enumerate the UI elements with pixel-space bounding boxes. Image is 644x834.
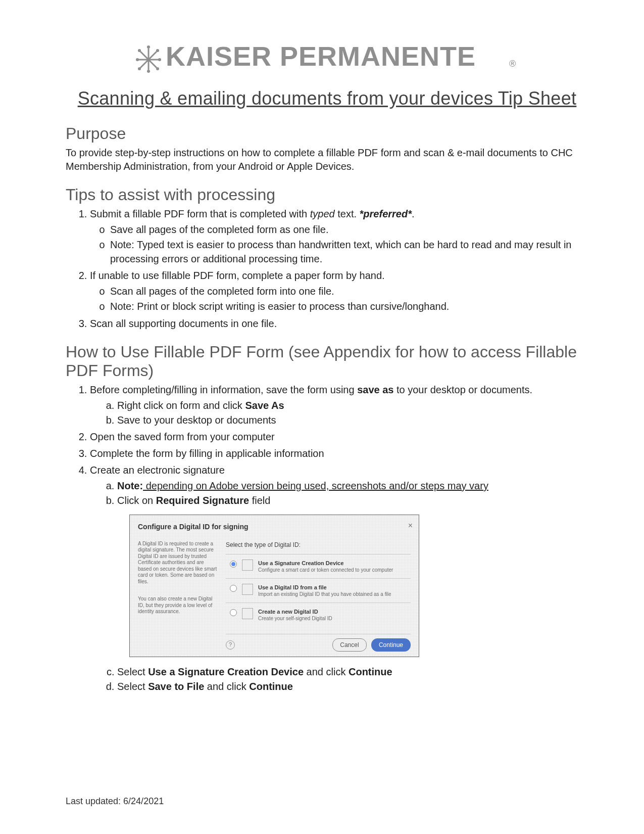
howto-4d: Select Save to File and click Continue — [117, 680, 588, 693]
howto-4: Create an electronic signature Note: dep… — [90, 464, 588, 693]
svg-point-9 — [147, 45, 150, 49]
howto-4b: Click on Required Signature field — [117, 494, 588, 507]
help-icon[interactable]: ? — [226, 640, 235, 650]
option-signature-device[interactable]: Use a Signature Creation DeviceConfigure… — [226, 554, 411, 578]
svg-point-12 — [156, 67, 159, 70]
svg-point-14 — [138, 67, 141, 70]
tips-list: Submit a fillable PDF form that is compl… — [66, 207, 588, 331]
continue-button[interactable]: Continue — [371, 638, 411, 652]
last-updated: Last updated: 6/24/2021 — [66, 796, 164, 807]
svg-line-6 — [140, 60, 148, 68]
howto-1: Before completing/filling in information… — [90, 383, 588, 427]
logo-text: KAISER PERMANENTE — [166, 41, 476, 71]
tip-2: If unable to use fillable PDF form, comp… — [90, 269, 588, 314]
svg-point-16 — [138, 49, 141, 52]
cancel-button[interactable]: Cancel — [332, 638, 366, 652]
svg-point-13 — [147, 70, 150, 73]
howto-1b: Save to your desktop or documents — [117, 413, 588, 427]
dialog-sidebar: A Digital ID is required to create a dig… — [138, 541, 219, 652]
document-title: Scanning & emailing documents from your … — [66, 88, 588, 109]
tip-2b: Note: Print or block script writing is e… — [110, 300, 588, 314]
svg-line-2 — [148, 52, 157, 60]
tip-1: Submit a fillable PDF form that is compl… — [90, 207, 588, 266]
howto-4c: Select Use a Signature Creation Device a… — [117, 665, 588, 679]
svg-point-11 — [158, 58, 161, 61]
tip-2a: Scan all pages of the completed form int… — [110, 285, 588, 299]
radio-icon[interactable] — [230, 585, 237, 592]
howto-1a: Right click on form and click Save As — [117, 399, 588, 412]
purpose-body: To provide step-by-step instructions on … — [66, 146, 588, 173]
dialog-lead: Select the type of Digital ID: — [226, 541, 411, 549]
brand-logo: KAISER PERMANENTE ® — [66, 35, 588, 77]
svg-point-10 — [156, 49, 159, 52]
howto-3: Complete the form by filling in applicab… — [90, 447, 588, 460]
svg-point-15 — [136, 58, 139, 61]
howto-2: Open the saved form from your computer — [90, 430, 588, 444]
new-id-icon — [242, 608, 253, 619]
howto-4a: Note: depending on Adobe version being u… — [117, 479, 588, 493]
device-icon — [242, 560, 253, 571]
purpose-heading: Purpose — [66, 124, 588, 143]
radio-icon[interactable] — [230, 561, 237, 568]
tip-1a: Save all pages of the completed form as … — [110, 223, 588, 237]
tip-3: Scan all supporting documents in one fil… — [90, 317, 588, 331]
digital-id-dialog: Configure a Digital ID for signing × A D… — [129, 515, 419, 657]
svg-text:®: ® — [509, 59, 516, 69]
tip-1b: Note: Typed text is easier to process th… — [110, 238, 588, 266]
svg-line-4 — [148, 60, 157, 68]
tips-heading: Tips to assist with processing — [66, 186, 588, 204]
howto-list: Before completing/filling in information… — [66, 383, 588, 693]
radio-icon[interactable] — [230, 609, 237, 616]
dialog-title: Configure a Digital ID for signing — [138, 522, 411, 532]
option-create-new[interactable]: Create a new Digital IDCreate your self-… — [226, 603, 411, 627]
svg-line-8 — [140, 52, 148, 60]
file-icon — [242, 584, 253, 595]
close-icon[interactable]: × — [408, 520, 413, 531]
howto-heading: How to Use Fillable PDF Form (see Append… — [66, 343, 588, 380]
option-from-file[interactable]: Use a Digital ID from a fileImport an ex… — [226, 578, 411, 603]
